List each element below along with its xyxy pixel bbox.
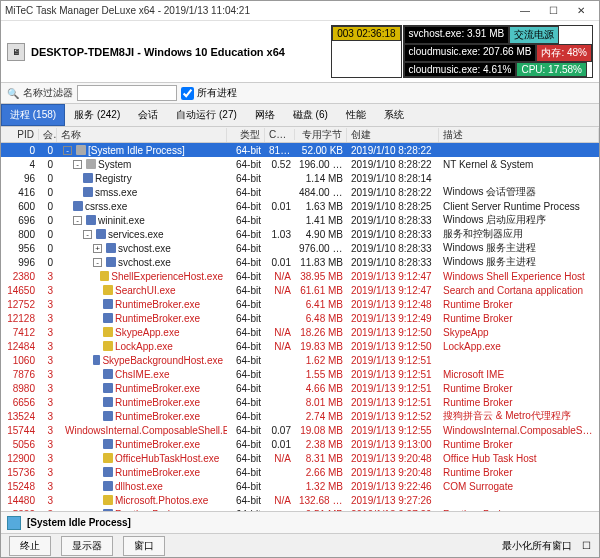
tree-toggle[interactable]: - [63,146,72,155]
process-icon [103,481,113,491]
selected-process-icon [7,516,21,530]
process-row[interactable]: 152483dllhost.exe64-bit1.32 MB2019/1/13 … [1,479,599,493]
process-icon [103,453,113,463]
tab-磁盘[interactable]: 磁盘 (6) [284,104,337,126]
process-row[interactable]: 6000csrss.exe64-bit0.011.63 MB2019/1/10 … [1,199,599,213]
process-icon [96,229,106,239]
process-row[interactable]: 9560+svchost.exe64-bit976.00 KB2019/1/10… [1,241,599,255]
process-row[interactable]: 6960-wininit.exe64-bit1.41 MB2019/1/10 8… [1,213,599,227]
tab-会话[interactable]: 会话 [129,104,167,126]
osname-value: Windows 10 Education x64 [144,46,285,58]
tree-toggle[interactable]: + [93,244,102,253]
top-cpu-process: cloudmusic.exe: 4.61% [404,62,517,77]
filter-input[interactable] [77,85,177,101]
monitor-button[interactable]: 显示器 [61,536,113,556]
process-icon [86,159,96,169]
tree-toggle[interactable]: - [93,258,102,267]
tab-自动运行[interactable]: 自动运行 (27) [167,104,246,126]
process-icon [83,187,93,197]
process-row[interactable]: 74123SkypeApp.exe64-bitN/A18.26 MB2019/1… [1,325,599,339]
process-icon [103,495,113,505]
process-row[interactable]: 89803RuntimeBroker.exe64-bit4.66 MB2019/… [1,381,599,395]
process-row[interactable]: 50563RuntimeBroker.exe64-bit0.012.38 MB2… [1,437,599,451]
col-cpu[interactable]: CPU [265,129,295,140]
process-icon [103,411,113,421]
process-icon [103,383,113,393]
hostname-label: DESKTOP-TDEM8JI [31,46,134,58]
process-row[interactable]: 10603SkypeBackgroundHost.exe64-bit1.62 M… [1,353,599,367]
col-created[interactable]: 创建 [347,128,439,142]
column-headers[interactable]: PID 会话 名称 类型 CPU 专用字节 创建 描述 [1,127,599,143]
process-row[interactable]: 135243RuntimeBroker.exe64-bit2.74 MB2019… [1,409,599,423]
top-mem2-process: cloudmusic.exe: 207.66 MB [404,44,537,62]
tab-进程[interactable]: 进程 (158) [1,104,65,126]
terminate-button[interactable]: 终止 [9,536,51,556]
process-icon [100,271,109,281]
process-row[interactable]: 4160smss.exe64-bit484.00 KB2019/1/10 8:2… [1,185,599,199]
process-row[interactable]: 9960-svchost.exe64-bit0.0111.83 MB2019/1… [1,255,599,269]
osname-label: - [134,46,144,58]
window-title: MiTeC Task Manager DeLuxe x64 - 2019/1/1… [5,5,511,16]
tab-网络[interactable]: 网络 [246,104,284,126]
process-icon [106,257,116,267]
process-icon [103,299,113,309]
process-row[interactable]: 144803Microsoft.Photos.exe64-bitN/A132.6… [1,493,599,507]
search-icon: 🔍 [7,88,19,99]
process-row[interactable]: 146503SearchUI.exe64-bitN/A61.61 MB2019/… [1,283,599,297]
tab-服务[interactable]: 服务 (242) [65,104,129,126]
process-icon [103,341,113,351]
minimize-all-label: 最小化所有窗口 [502,539,572,553]
process-icon [103,369,113,379]
process-icon [103,397,113,407]
header-status-panel: 003 02:36:18 svchost.exe: 3.91 MB交流电源 cl… [331,25,593,78]
process-icon [83,173,93,183]
search-label: 名称过滤器 [23,86,73,100]
process-row[interactable]: 157443WindowsInternal.ComposableShell.Ex… [1,423,599,437]
process-icon [73,201,83,211]
tree-toggle[interactable]: - [83,230,92,239]
process-row[interactable]: 129003OfficeHubTaskHost.exe64-bitN/A8.31… [1,451,599,465]
computer-icon: 🖥 [7,43,25,61]
process-icon [103,439,113,449]
col-session[interactable]: 会话 [39,128,57,142]
process-icon [76,145,86,155]
col-desc[interactable]: 描述 [439,128,599,142]
process-icon [106,243,116,253]
process-icon [86,215,96,225]
process-row[interactable]: 8000-services.exe64-bit1.034.90 MB2019/1… [1,227,599,241]
process-row[interactable]: 127523RuntimeBroker.exe64-bit6.41 MB2019… [1,297,599,311]
col-name[interactable]: 名称 [57,128,227,142]
process-row[interactable]: 121283RuntimeBroker.exe64-bit6.48 MB2019… [1,311,599,325]
window-button[interactable]: 窗口 [123,536,165,556]
process-icon [103,285,113,295]
process-row[interactable]: 00-[System Idle Process]64-bit81.1252.00… [1,143,599,157]
process-row[interactable]: 40-System64-bit0.52196.00 KB2019/1/10 8:… [1,157,599,171]
tree-toggle[interactable]: - [73,160,82,169]
process-row[interactable]: 78763ChsIME.exe64-bit1.55 MB2019/1/13 9:… [1,367,599,381]
tree-toggle[interactable]: - [73,216,82,225]
col-mem[interactable]: 专用字节 [295,128,347,142]
uptime-badge: 003 02:36:18 [332,26,400,41]
maximize-button[interactable]: ☐ [539,2,567,20]
process-row[interactable]: 124843LockApp.exe64-bitN/A19.83 MB2019/1… [1,339,599,353]
cpu-usage: CPU: 17.58% [516,62,587,77]
top-mem-process: svchost.exe: 3.91 MB [404,26,510,44]
process-row[interactable]: 157363RuntimeBroker.exe64-bit2.66 MB2019… [1,465,599,479]
process-row[interactable]: 23803ShellExperienceHost.exe64-bitN/A38.… [1,269,599,283]
power-label: 交流电源 [509,26,559,44]
tab-性能[interactable]: 性能 [337,104,375,126]
minimize-button[interactable]: — [511,2,539,20]
process-icon [103,467,113,477]
process-row[interactable]: 960Registry64-bit1.14 MB2019/1/10 8:28:1… [1,171,599,185]
mem-usage: 内存: 48% [536,44,592,62]
close-button[interactable]: ✕ [567,2,595,20]
process-icon [93,355,100,365]
process-row[interactable]: 66563RuntimeBroker.exe64-bit8.01 MB2019/… [1,395,599,409]
process-list[interactable]: 00-[System Idle Process]64-bit81.1252.00… [1,143,599,511]
col-type[interactable]: 类型 [227,128,265,142]
minimize-all-checkbox[interactable]: ☐ [582,540,591,551]
col-pid[interactable]: PID [1,129,39,140]
tab-系统[interactable]: 系统 [375,104,413,126]
tab-strip: 进程 (158)服务 (242)会话 自动运行 (27)网络 磁盘 (6)性能 … [1,104,599,127]
all-processes-checkbox[interactable]: 所有进程 [181,86,237,100]
